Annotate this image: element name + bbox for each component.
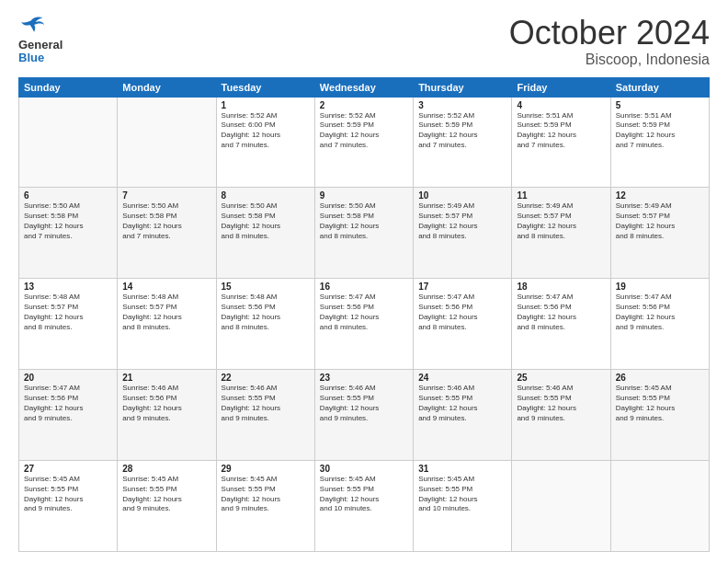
table-row: 12Sunrise: 5:49 AM Sunset: 5:57 PM Dayli… (610, 188, 709, 279)
cell-info: Sunrise: 5:46 AM Sunset: 5:55 PM Dayligh… (418, 384, 506, 423)
table-row: 20Sunrise: 5:47 AM Sunset: 5:56 PM Dayli… (19, 370, 118, 461)
table-row: 17Sunrise: 5:47 AM Sunset: 5:56 PM Dayli… (414, 279, 512, 370)
cell-info: Sunrise: 5:47 AM Sunset: 5:56 PM Dayligh… (418, 293, 506, 332)
cell-info: Sunrise: 5:45 AM Sunset: 5:55 PM Dayligh… (24, 475, 112, 514)
table-row: 6Sunrise: 5:50 AM Sunset: 5:58 PM Daylig… (19, 188, 118, 279)
cell-day-number: 13 (24, 282, 112, 292)
col-saturday: Saturday (610, 77, 709, 97)
cell-info: Sunrise: 5:49 AM Sunset: 5:57 PM Dayligh… (616, 201, 704, 241)
table-row: 9Sunrise: 5:50 AM Sunset: 5:58 PM Daylig… (314, 188, 413, 279)
cell-info: Sunrise: 5:51 AM Sunset: 5:59 PM Dayligh… (616, 111, 704, 151)
table-row: 21Sunrise: 5:46 AM Sunset: 5:56 PM Dayli… (118, 370, 216, 461)
table-row: 29Sunrise: 5:45 AM Sunset: 5:55 PM Dayli… (216, 461, 314, 552)
cell-day-number: 21 (122, 373, 210, 383)
table-row: 11Sunrise: 5:49 AM Sunset: 5:57 PM Dayli… (512, 188, 610, 279)
cell-day-number: 14 (122, 282, 210, 292)
cell-info: Sunrise: 5:45 AM Sunset: 5:55 PM Dayligh… (122, 475, 210, 514)
col-tuesday: Tuesday (216, 77, 314, 97)
cell-info: Sunrise: 5:48 AM Sunset: 5:57 PM Dayligh… (24, 293, 112, 332)
logo: General Blue (18, 15, 63, 65)
table-row: 22Sunrise: 5:46 AM Sunset: 5:55 PM Dayli… (216, 370, 314, 461)
cell-info: Sunrise: 5:48 AM Sunset: 5:57 PM Dayligh… (122, 293, 210, 332)
cell-day-number: 31 (418, 464, 506, 474)
cell-day-number: 8 (222, 190, 310, 201)
cell-info: Sunrise: 5:45 AM Sunset: 5:55 PM Dayligh… (418, 475, 506, 514)
cell-info: Sunrise: 5:50 AM Sunset: 5:58 PM Dayligh… (24, 201, 112, 241)
cell-day-number: 2 (320, 100, 408, 110)
table-row: 25Sunrise: 5:46 AM Sunset: 5:55 PM Dayli… (512, 370, 610, 461)
col-monday: Monday (118, 77, 216, 97)
cell-day-number: 16 (320, 282, 408, 292)
table-row: 8Sunrise: 5:50 AM Sunset: 5:58 PM Daylig… (216, 188, 314, 279)
cell-day-number: 18 (517, 282, 605, 292)
cell-day-number: 29 (222, 464, 310, 474)
cell-info: Sunrise: 5:46 AM Sunset: 5:55 PM Dayligh… (222, 384, 310, 423)
cell-info: Sunrise: 5:50 AM Sunset: 5:58 PM Dayligh… (320, 201, 408, 241)
table-row: 30Sunrise: 5:45 AM Sunset: 5:55 PM Dayli… (314, 461, 413, 552)
col-thursday: Thursday (414, 77, 512, 97)
table-row: 7Sunrise: 5:50 AM Sunset: 5:58 PM Daylig… (118, 188, 216, 279)
cell-info: Sunrise: 5:52 AM Sunset: 6:00 PM Dayligh… (222, 111, 310, 151)
table-row: 23Sunrise: 5:46 AM Sunset: 5:55 PM Dayli… (314, 370, 413, 461)
table-row: 16Sunrise: 5:47 AM Sunset: 5:56 PM Dayli… (314, 279, 413, 370)
table-row (118, 97, 216, 188)
table-row (610, 461, 709, 552)
cell-day-number: 5 (616, 100, 704, 110)
table-row: 24Sunrise: 5:46 AM Sunset: 5:55 PM Dayli… (414, 370, 512, 461)
table-row: 4Sunrise: 5:51 AM Sunset: 5:59 PM Daylig… (512, 97, 610, 188)
table-row: 1Sunrise: 5:52 AM Sunset: 6:00 PM Daylig… (216, 97, 314, 188)
cell-info: Sunrise: 5:50 AM Sunset: 5:58 PM Dayligh… (122, 201, 210, 241)
table-row: 26Sunrise: 5:45 AM Sunset: 5:55 PM Dayli… (610, 370, 709, 461)
cell-day-number: 15 (222, 282, 310, 292)
cell-info: Sunrise: 5:47 AM Sunset: 5:56 PM Dayligh… (616, 293, 704, 332)
cell-day-number: 17 (418, 282, 506, 292)
logo-blue: Blue (18, 51, 44, 64)
cell-day-number: 11 (517, 190, 605, 201)
table-row: 14Sunrise: 5:48 AM Sunset: 5:57 PM Dayli… (118, 279, 216, 370)
table-row: 15Sunrise: 5:48 AM Sunset: 5:56 PM Dayli… (216, 279, 314, 370)
table-row (19, 97, 118, 188)
calendar-week-row: 27Sunrise: 5:45 AM Sunset: 5:55 PM Dayli… (19, 461, 710, 552)
cell-day-number: 23 (320, 373, 408, 383)
page-subtitle: Biscoop, Indonesia (509, 52, 710, 68)
cell-info: Sunrise: 5:52 AM Sunset: 5:59 PM Dayligh… (418, 111, 506, 151)
table-row: 19Sunrise: 5:47 AM Sunset: 5:56 PM Dayli… (610, 279, 709, 370)
table-row (512, 461, 610, 552)
cell-day-number: 22 (222, 373, 310, 383)
cell-day-number: 7 (122, 190, 210, 201)
calendar-week-row: 6Sunrise: 5:50 AM Sunset: 5:58 PM Daylig… (19, 188, 710, 279)
calendar-week-row: 1Sunrise: 5:52 AM Sunset: 6:00 PM Daylig… (19, 97, 710, 188)
cell-info: Sunrise: 5:52 AM Sunset: 5:59 PM Dayligh… (320, 111, 408, 151)
col-sunday: Sunday (19, 77, 118, 97)
cell-day-number: 28 (122, 464, 210, 474)
calendar-table: Sunday Monday Tuesday Wednesday Thursday… (18, 77, 710, 552)
table-row: 28Sunrise: 5:45 AM Sunset: 5:55 PM Dayli… (118, 461, 216, 552)
page: General Blue October 2024 Biscoop, Indon… (0, 0, 728, 563)
col-friday: Friday (512, 77, 610, 97)
page-title: October 2024 (509, 15, 710, 52)
table-row: 3Sunrise: 5:52 AM Sunset: 5:59 PM Daylig… (414, 97, 512, 188)
table-row: 18Sunrise: 5:47 AM Sunset: 5:56 PM Dayli… (512, 279, 610, 370)
cell-day-number: 26 (616, 373, 704, 383)
cell-day-number: 30 (320, 464, 408, 474)
cell-info: Sunrise: 5:47 AM Sunset: 5:56 PM Dayligh… (320, 293, 408, 332)
cell-info: Sunrise: 5:45 AM Sunset: 5:55 PM Dayligh… (616, 384, 704, 423)
cell-day-number: 6 (24, 190, 112, 201)
table-row: 27Sunrise: 5:45 AM Sunset: 5:55 PM Dayli… (19, 461, 118, 552)
cell-info: Sunrise: 5:47 AM Sunset: 5:56 PM Dayligh… (517, 293, 605, 332)
calendar-week-row: 20Sunrise: 5:47 AM Sunset: 5:56 PM Dayli… (19, 370, 710, 461)
logo-bird-icon (18, 15, 44, 35)
cell-day-number: 24 (418, 373, 506, 383)
cell-info: Sunrise: 5:45 AM Sunset: 5:55 PM Dayligh… (320, 475, 408, 514)
cell-day-number: 27 (24, 464, 112, 474)
cell-day-number: 25 (517, 373, 605, 383)
title-block: October 2024 Biscoop, Indonesia (509, 15, 710, 68)
table-row: 10Sunrise: 5:49 AM Sunset: 5:57 PM Dayli… (414, 188, 512, 279)
cell-info: Sunrise: 5:49 AM Sunset: 5:57 PM Dayligh… (517, 201, 605, 241)
cell-info: Sunrise: 5:47 AM Sunset: 5:56 PM Dayligh… (24, 384, 112, 423)
table-row: 31Sunrise: 5:45 AM Sunset: 5:55 PM Dayli… (414, 461, 512, 552)
cell-info: Sunrise: 5:50 AM Sunset: 5:58 PM Dayligh… (222, 201, 310, 241)
logo-general: General (18, 38, 63, 52)
cell-info: Sunrise: 5:48 AM Sunset: 5:56 PM Dayligh… (222, 293, 310, 332)
cell-day-number: 20 (24, 373, 112, 383)
